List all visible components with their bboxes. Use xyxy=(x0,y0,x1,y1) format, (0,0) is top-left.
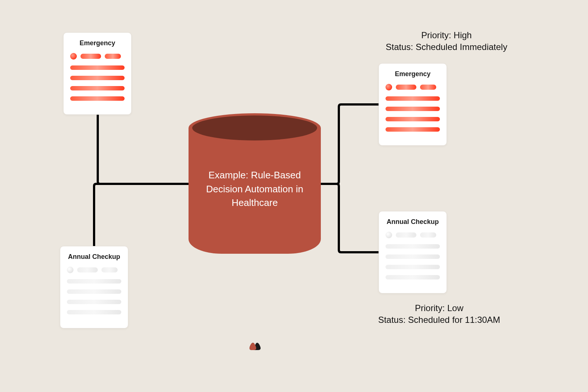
content-line-icon xyxy=(386,275,440,279)
status-dot-icon xyxy=(386,84,392,90)
output-annotation-emergency: Priority: High Status: Scheduled Immedia… xyxy=(362,29,531,53)
pill-icon xyxy=(101,267,118,272)
card-title: Emergency xyxy=(70,39,125,47)
content-line-icon xyxy=(67,310,121,314)
status-label: Status: xyxy=(386,42,413,52)
status-value: Scheduled for 11:30AM xyxy=(408,315,500,325)
card-header-pills xyxy=(386,232,440,238)
status-label: Status: xyxy=(378,315,406,325)
card-title: Annual Checkup xyxy=(386,218,440,226)
content-line-icon xyxy=(67,289,121,294)
content-line-icon xyxy=(386,244,440,249)
output-card-checkup: Annual Checkup xyxy=(379,211,447,293)
priority-value: Low xyxy=(447,303,463,313)
pill-icon xyxy=(420,85,436,90)
content-line-icon xyxy=(386,117,440,121)
content-line-icon xyxy=(386,127,440,132)
content-line-icon xyxy=(67,279,121,284)
content-line-icon xyxy=(70,86,125,90)
card-header-pills xyxy=(386,84,440,90)
card-title: Emergency xyxy=(386,70,440,78)
diagram-canvas: Example: Rule-Based Decision Automation … xyxy=(0,0,588,392)
content-line-icon xyxy=(70,76,125,80)
cylinder-label: Example: Rule-Based Decision Automation … xyxy=(189,168,321,210)
decision-engine-cylinder: Example: Rule-Based Decision Automation … xyxy=(189,113,321,254)
content-line-icon xyxy=(67,300,121,304)
status-value: Scheduled Immediately xyxy=(416,42,507,52)
pill-icon xyxy=(105,54,121,59)
pill-icon xyxy=(77,267,98,272)
status-dot-icon xyxy=(70,53,77,60)
card-title: Annual Checkup xyxy=(67,253,121,261)
content-line-icon xyxy=(386,96,440,101)
pill-icon xyxy=(420,232,436,238)
priority-label: Priority: xyxy=(421,30,451,40)
card-header-pills xyxy=(70,53,125,60)
input-card-checkup: Annual Checkup xyxy=(60,246,128,328)
content-line-icon xyxy=(386,107,440,111)
output-card-emergency: Emergency xyxy=(379,63,447,146)
priority-value: High xyxy=(453,30,472,40)
content-line-icon xyxy=(70,96,125,101)
cylinder-top-opening xyxy=(192,115,317,140)
pill-icon xyxy=(80,54,101,59)
status-dot-icon xyxy=(67,267,74,273)
pill-icon xyxy=(396,85,416,90)
pill-icon xyxy=(396,232,416,238)
status-dot-icon xyxy=(386,232,392,238)
card-header-pills xyxy=(67,267,121,273)
input-card-emergency: Emergency xyxy=(63,32,132,115)
content-line-icon xyxy=(70,65,125,70)
output-annotation-checkup: Priority: Low Status: Scheduled for 11:3… xyxy=(362,302,516,326)
content-line-icon xyxy=(386,265,440,269)
content-line-icon xyxy=(386,254,440,259)
brand-logo-icon xyxy=(248,341,262,351)
priority-label: Priority: xyxy=(415,303,445,313)
